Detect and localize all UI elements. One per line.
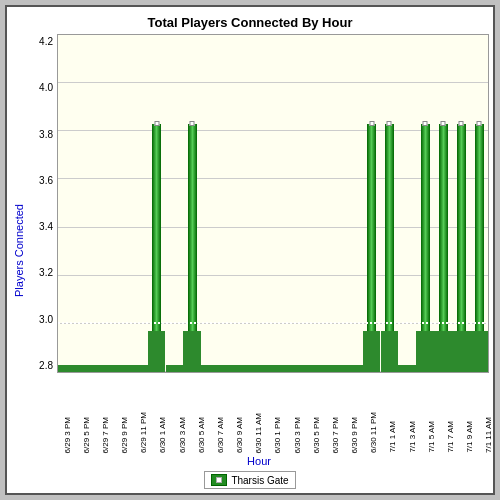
bar-base	[148, 331, 166, 372]
x-label-wrapper: 6/30 1 PM	[273, 417, 282, 453]
bar-group	[345, 324, 363, 372]
x-label: 7/1 7 AM	[445, 421, 454, 453]
chart-plot-area: 4.24.03.83.63.43.23.02.8	[29, 34, 489, 373]
x-label: 7/1 9 AM	[465, 421, 474, 453]
x-label: 7/1 5 AM	[426, 421, 435, 453]
bar-top-dot	[190, 121, 195, 126]
bar-base	[94, 365, 112, 372]
x-label: 6/30 1 AM	[158, 417, 167, 453]
bar-spike	[367, 124, 376, 330]
y-tick: 4.0	[39, 82, 53, 93]
bar-group	[363, 83, 381, 372]
bar-base	[398, 365, 416, 372]
dotted-line-3	[58, 322, 488, 324]
x-label: 6/30 5 AM	[196, 417, 205, 453]
x-label: 6/29 7 PM	[100, 417, 109, 453]
bar-group	[76, 324, 94, 372]
bar-group	[255, 324, 273, 372]
x-label: 6/30 5 PM	[311, 417, 320, 453]
x-axis-title: Hour	[29, 455, 489, 467]
bar-group	[381, 83, 399, 372]
chart-legend: Tharsis Gate	[204, 471, 295, 489]
bar-top-dot	[154, 121, 159, 126]
bar-base	[130, 365, 148, 372]
bar-group	[273, 324, 291, 372]
x-label: 6/29 3 PM	[62, 417, 71, 453]
x-label-wrapper: 6/29 9 PM	[120, 417, 129, 453]
bar-base	[291, 365, 309, 372]
bar-top-dot	[387, 121, 392, 126]
bar-group	[434, 83, 452, 372]
x-label-wrapper: 7/1 7 AM	[445, 421, 454, 453]
bar-group	[291, 324, 309, 372]
x-label: 6/29 9 PM	[120, 417, 129, 453]
bar-group	[327, 324, 345, 372]
x-label: 6/30 9 AM	[235, 417, 244, 453]
x-label-wrapper: 6/30 5 AM	[196, 417, 205, 453]
x-label: 6/30 3 PM	[292, 417, 301, 453]
x-label: 6/30 11 AM	[254, 413, 263, 453]
bar-base	[416, 331, 434, 372]
x-label: 6/30 7 PM	[330, 417, 339, 453]
bar-spike	[152, 124, 161, 330]
bar-top-dot	[369, 121, 374, 126]
chart-container: Total Players Connected By Hour Players …	[5, 5, 495, 495]
y-tick: 3.2	[39, 267, 53, 278]
x-label-wrapper: 6/30 11 AM	[254, 413, 263, 453]
x-label-wrapper: 6/30 3 AM	[177, 417, 186, 453]
bar-group	[201, 324, 219, 372]
y-axis-label: Players Connected	[11, 34, 27, 467]
y-axis-ticks: 4.24.03.83.63.43.23.02.8	[29, 34, 57, 373]
x-label-wrapper: 6/30 9 AM	[235, 417, 244, 453]
x-label: 6/30 11 PM	[369, 412, 378, 453]
x-label: 6/29 5 PM	[81, 417, 90, 453]
bar-top-dot	[423, 121, 428, 126]
bar-group	[398, 324, 416, 372]
bar-base	[166, 365, 184, 372]
bar-group	[219, 324, 237, 372]
bar-base	[452, 331, 470, 372]
y-tick: 3.6	[39, 175, 53, 186]
x-label: 6/30 9 PM	[350, 417, 359, 453]
bar-base	[470, 331, 488, 372]
y-tick: 4.2	[39, 36, 53, 47]
x-axis-labels: 6/29 3 PM6/29 5 PM6/29 7 PM6/29 9 PM6/29…	[57, 373, 500, 453]
bar-group	[452, 83, 470, 372]
x-label-wrapper: 6/30 11 PM	[369, 412, 378, 453]
bar-base	[183, 331, 201, 372]
bar-group	[148, 83, 166, 372]
bar-base	[201, 365, 219, 372]
bar-group	[183, 83, 201, 372]
bar-group	[130, 324, 148, 372]
x-label: 6/29 11 PM	[139, 412, 148, 453]
x-label-wrapper: 6/29 3 PM	[62, 417, 71, 453]
x-label-wrapper: 6/29 11 PM	[139, 412, 148, 453]
x-label-wrapper: 7/1 9 AM	[465, 421, 474, 453]
x-label: 6/30 7 AM	[215, 417, 224, 453]
bar-base	[112, 365, 130, 372]
bar-top-dot	[441, 121, 446, 126]
bar-base	[255, 365, 273, 372]
x-label-wrapper: 6/30 5 PM	[311, 417, 320, 453]
y-tick: 3.4	[39, 221, 53, 232]
x-label: 6/30 1 PM	[273, 417, 282, 453]
x-label: 6/30 3 AM	[177, 417, 186, 453]
bar-base	[381, 331, 399, 372]
bar-group	[166, 324, 184, 372]
bar-spike	[385, 124, 394, 330]
x-label-wrapper: 7/1 5 AM	[426, 421, 435, 453]
grid-line	[58, 34, 488, 35]
chart-body: Players Connected 4.24.03.83.63.43.23.02…	[11, 34, 489, 467]
bar-base	[58, 365, 76, 372]
x-label: 7/1 1 AM	[388, 421, 397, 453]
bar-top-dot	[477, 121, 482, 126]
bar-base	[76, 365, 94, 372]
bar-group	[112, 324, 130, 372]
bar-base	[434, 331, 452, 372]
x-label-wrapper: 7/1 3 AM	[407, 421, 416, 453]
bar-group	[470, 83, 488, 372]
x-label-wrapper: 6/30 3 PM	[292, 417, 301, 453]
bar-top-dot	[459, 121, 464, 126]
bar-spike	[188, 124, 197, 330]
x-label-wrapper: 6/30 7 PM	[330, 417, 339, 453]
